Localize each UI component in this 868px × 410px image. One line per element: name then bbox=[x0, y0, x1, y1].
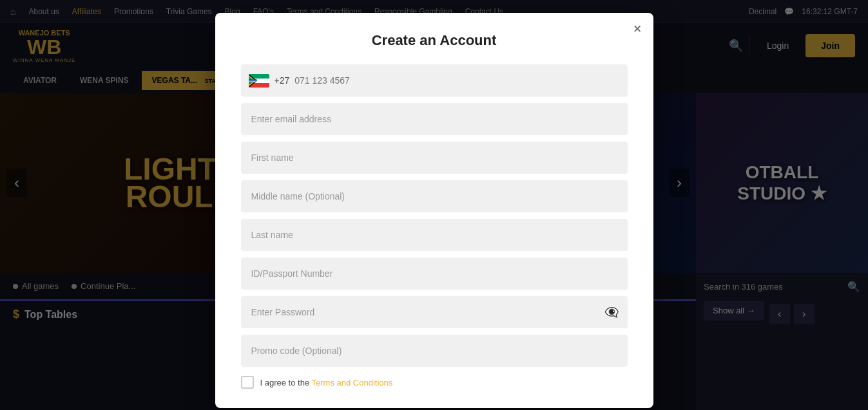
last-name-field bbox=[241, 219, 628, 251]
modal-title: Create an Account bbox=[241, 32, 628, 49]
phone-field: +27 bbox=[241, 64, 628, 97]
modal-close-button[interactable]: × bbox=[633, 22, 642, 36]
email-input[interactable] bbox=[241, 103, 628, 135]
phone-input[interactable] bbox=[294, 75, 619, 86]
middle-name-input[interactable] bbox=[241, 180, 628, 212]
middle-name-field bbox=[241, 180, 628, 212]
toggle-password-icon[interactable]: 👁‍🗨 bbox=[604, 305, 619, 319]
id-passport-input[interactable] bbox=[241, 257, 628, 290]
terms-checkbox[interactable] bbox=[241, 376, 254, 389]
phone-code: +27 bbox=[275, 75, 290, 86]
email-field bbox=[241, 103, 628, 135]
first-name-field bbox=[241, 142, 628, 174]
password-field: 👁‍🗨 bbox=[241, 296, 628, 328]
promo-field bbox=[241, 335, 628, 367]
terms-checkbox-row: I agree to the Terms and Conditions bbox=[241, 376, 628, 389]
id-passport-field bbox=[241, 257, 628, 290]
password-input[interactable] bbox=[241, 296, 628, 328]
sa-flag-icon bbox=[249, 74, 269, 88]
last-name-input[interactable] bbox=[241, 219, 628, 251]
first-name-input[interactable] bbox=[241, 142, 628, 174]
terms-label: I agree to the Terms and Conditions bbox=[260, 378, 393, 387]
create-account-modal: × Create an Account +27 bbox=[215, 13, 653, 408]
svg-rect-7 bbox=[249, 79, 257, 80]
terms-link[interactable]: Terms and Conditions bbox=[312, 378, 393, 387]
promo-input[interactable] bbox=[241, 335, 628, 367]
